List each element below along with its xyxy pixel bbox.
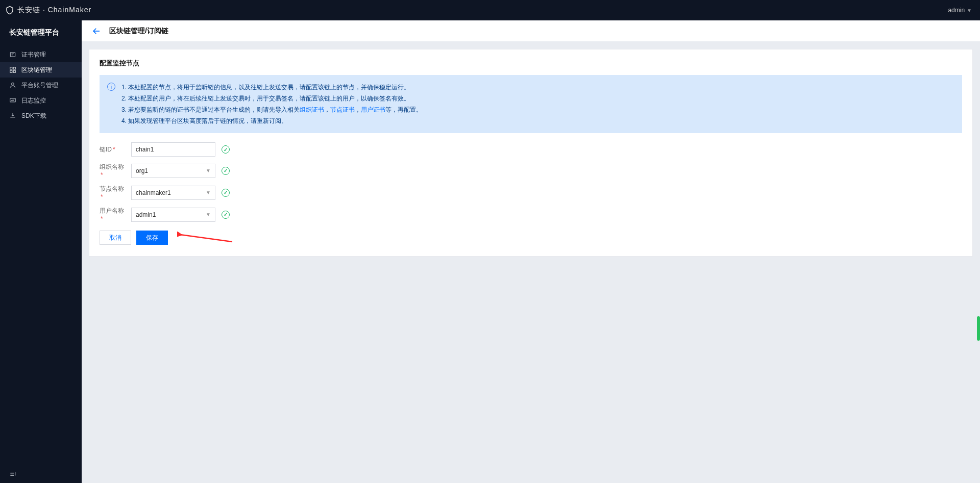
download-icon	[9, 112, 16, 119]
monitor-icon	[9, 97, 16, 104]
page-header: 区块链管理/订阅链	[82, 20, 980, 42]
select-org-name-value: org1	[136, 167, 148, 174]
save-button[interactable]: 保存	[136, 231, 168, 245]
back-button[interactable]	[92, 27, 101, 36]
row-user-name: 用户名称* admin1 ▼ ✓	[100, 207, 962, 222]
sidebar-item-account[interactable]: 平台账号管理	[0, 78, 82, 93]
label-user-name: 用户名称*	[100, 207, 125, 222]
chevron-down-icon: ▼	[967, 8, 972, 13]
sidebar: 长安链管理平台 证书管理 区块链管理	[0, 20, 82, 483]
user-icon	[9, 82, 16, 89]
sidebar-item-label: 日志监控	[21, 96, 46, 105]
alert-body: 1. 本处配置的节点，将用于监听链的信息，以及往链上发送交易，请配置该链上的节点…	[121, 82, 422, 126]
select-node-name-value: chainmaker1	[136, 189, 171, 196]
user-menu[interactable]: admin ▼	[948, 7, 972, 14]
label-node-name: 节点名称*	[100, 185, 125, 200]
brand-text: 长安链 · ChainMaker	[17, 6, 91, 15]
sidebar-item-label: 平台账号管理	[21, 81, 58, 90]
sidebar-item-label: SDK下载	[21, 112, 46, 120]
row-node-name: 节点名称* chainmaker1 ▼ ✓	[100, 185, 962, 200]
sidebar-item-cert[interactable]: 证书管理	[0, 47, 82, 62]
sidebar-nav: 证书管理 区块链管理 平台账号管理	[0, 45, 82, 123]
required-mark: *	[101, 215, 103, 222]
svg-rect-4	[13, 70, 15, 72]
chevron-down-icon: ▼	[206, 168, 211, 173]
sidebar-item-label: 证书管理	[21, 50, 46, 59]
alert-line-2: 2. 本处配置的用户，将在后续往链上发送交易时，用于交易签名，请配置该链上的用户…	[121, 93, 422, 104]
form-actions: 取消 保存	[100, 231, 962, 245]
row-chain-id: 链ID* chain1 ✓	[100, 142, 962, 157]
scroll-indicator	[977, 316, 980, 341]
chevron-down-icon: ▼	[206, 212, 211, 217]
info-icon: i	[107, 83, 115, 91]
topbar: 长安链 · ChainMaker admin ▼	[0, 0, 980, 20]
svg-rect-2	[13, 67, 15, 69]
cert-icon	[9, 51, 16, 58]
info-alert: i 1. 本处配置的节点，将用于监听链的信息，以及往链上发送交易，请配置该链上的…	[100, 75, 962, 133]
valid-icon: ✓	[222, 167, 230, 175]
alert-line-1: 1. 本处配置的节点，将用于监听链的信息，以及往链上发送交易，请配置该链上的节点…	[121, 82, 422, 93]
select-user-name-value: admin1	[136, 211, 156, 218]
select-user-name[interactable]: admin1 ▼	[131, 208, 215, 222]
valid-icon: ✓	[222, 189, 230, 197]
valid-icon: ✓	[222, 145, 230, 154]
label-org-name: 组织名称*	[100, 163, 125, 179]
svg-point-5	[12, 83, 14, 85]
select-node-name[interactable]: chainmaker1 ▼	[131, 186, 215, 200]
chevron-down-icon: ▼	[206, 190, 211, 195]
brand: 长安链 · ChainMaker	[5, 5, 91, 15]
required-mark: *	[113, 146, 115, 153]
sidebar-collapse[interactable]	[0, 466, 82, 483]
svg-rect-1	[10, 67, 12, 69]
valid-icon: ✓	[222, 211, 230, 219]
cancel-button[interactable]: 取消	[100, 231, 131, 245]
card-title: 配置监控节点	[100, 59, 962, 68]
main: 区块链管理/订阅链 配置监控节点 i 1. 本处配置的节点，将用于监听链的信息，…	[82, 20, 980, 483]
config-card: 配置监控节点 i 1. 本处配置的节点，将用于监听链的信息，以及往链上发送交易，…	[89, 49, 973, 257]
sidebar-item-label: 区块链管理	[21, 66, 52, 74]
input-chain-id-value: chain1	[136, 146, 154, 153]
sidebar-item-sdk[interactable]: SDK下载	[0, 108, 82, 123]
link-org-cert[interactable]: 组织证书	[300, 106, 324, 113]
link-node-cert[interactable]: 节点证书	[330, 106, 355, 113]
annotation-arrow-icon	[177, 232, 233, 244]
user-label: admin	[948, 7, 965, 14]
sidebar-item-blockchain[interactable]: 区块链管理	[0, 62, 82, 78]
blockchain-icon	[9, 66, 16, 73]
select-org-name[interactable]: org1 ▼	[131, 164, 215, 178]
svg-line-7	[180, 235, 232, 242]
alert-line-3: 3. 若您要监听的链的证书不是通过本平台生成的，则请先导入相关组织证书，节点证书…	[121, 104, 422, 115]
brand-logo-icon	[5, 5, 14, 15]
link-user-cert[interactable]: 用户证书	[361, 106, 385, 113]
required-mark: *	[101, 193, 103, 200]
svg-rect-3	[10, 70, 12, 72]
platform-title: 长安链管理平台	[0, 20, 82, 45]
alert-line-4: 4. 如果发现管理平台区块高度落后于链的情况，请重新订阅。	[121, 115, 422, 126]
breadcrumb: 区块链管理/订阅链	[109, 27, 168, 36]
input-chain-id[interactable]: chain1	[131, 142, 215, 157]
required-mark: *	[101, 171, 103, 179]
sidebar-item-log[interactable]: 日志监控	[0, 93, 82, 108]
label-chain-id: 链ID*	[100, 145, 125, 154]
collapse-icon	[9, 470, 16, 479]
row-org-name: 组织名称* org1 ▼ ✓	[100, 163, 962, 179]
